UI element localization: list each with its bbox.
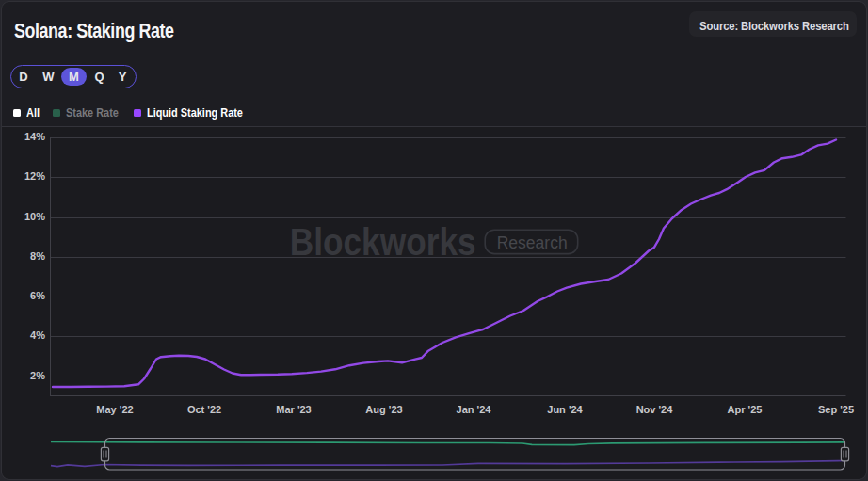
svg-text:6%: 6% (30, 290, 45, 301)
svg-text:May '22: May '22 (96, 404, 133, 415)
svg-text:Aug '23: Aug '23 (365, 404, 402, 415)
svg-text:14%: 14% (24, 131, 45, 142)
svg-text:Jan '24: Jan '24 (457, 404, 492, 415)
svg-text:2%: 2% (30, 370, 45, 381)
svg-text:4%: 4% (30, 329, 45, 341)
svg-text:10%: 10% (24, 211, 45, 222)
svg-text:Blockworks: Blockworks (290, 219, 476, 263)
svg-text:Apr '25: Apr '25 (728, 404, 763, 415)
svg-text:Research: Research (497, 233, 568, 252)
svg-text:Nov '24: Nov '24 (636, 404, 674, 415)
svg-text:Sep '25: Sep '25 (818, 404, 854, 415)
svg-text:Mar '23: Mar '23 (276, 404, 311, 415)
svg-text:12%: 12% (24, 170, 45, 182)
svg-text:Jun '24: Jun '24 (547, 404, 583, 415)
svg-text:8%: 8% (30, 250, 45, 262)
svg-text:Oct '22: Oct '22 (187, 404, 221, 415)
